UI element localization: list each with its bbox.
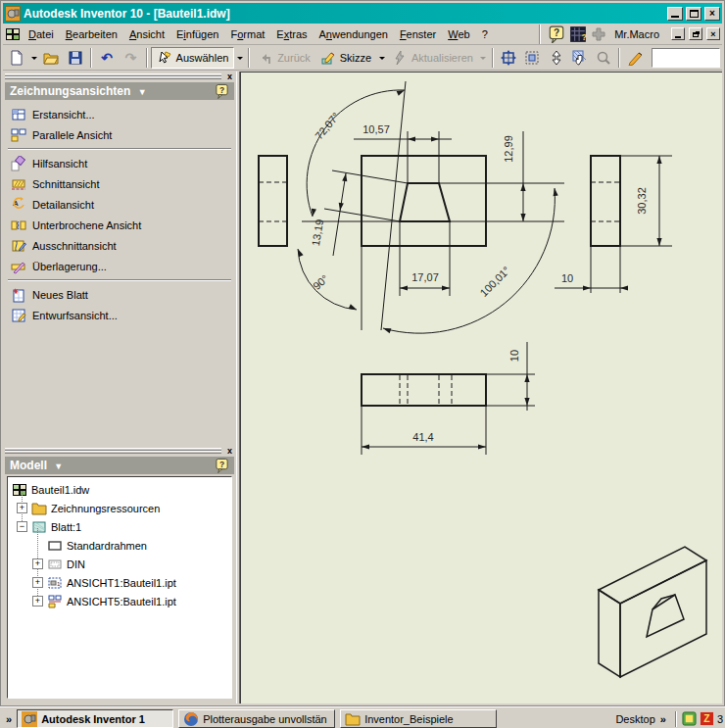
- panel-item-unterbrochene-ansicht[interactable]: Unterbrochene Ansicht: [5, 215, 234, 235]
- undo-button[interactable]: ↶: [95, 47, 119, 69]
- menu-fenster[interactable]: Fenster: [394, 26, 442, 42]
- menu-einf-gen[interactable]: Einfügen: [170, 26, 224, 42]
- menu-format[interactable]: Format: [224, 26, 270, 42]
- panel-item-schnittansicht[interactable]: Schnittansicht: [5, 173, 234, 194]
- tree-item-label: Standardrahmen: [67, 540, 147, 552]
- sketch-button[interactable]: Skizze: [315, 47, 376, 69]
- mdi-minimize-button[interactable]: [671, 27, 685, 40]
- tree-item-ansicht5-bauteil1-ipt[interactable]: +ANSICHT5:Bauteil1.ipt: [8, 592, 231, 610]
- minimize-button[interactable]: [667, 7, 683, 21]
- pan-button[interactable]: [568, 47, 592, 69]
- panel-item-hilfsansicht[interactable]: Hilfsansicht: [5, 153, 234, 173]
- menu-extras[interactable]: Extras: [270, 26, 313, 42]
- select-dropdown[interactable]: [234, 47, 245, 69]
- panel-item-berlagerung[interactable]: Überlagerung...: [5, 256, 234, 276]
- menu-web[interactable]: Web: [442, 26, 475, 42]
- sketch-dropdown[interactable]: [376, 47, 387, 69]
- desktop-chevron-icon: »: [658, 713, 668, 725]
- close-button[interactable]: ×: [704, 7, 720, 21]
- tool-bar: ↶ ↷ Auswählen Zurück Skizze Aktualisiere…: [3, 45, 722, 71]
- taskbar-button-autodesk-inventor-1[interactable]: Autodesk Inventor 1: [17, 709, 173, 728]
- menu-ansicht[interactable]: Ansicht: [123, 26, 170, 42]
- panel-item-ausschnittansicht[interactable]: Ausschnittansicht: [5, 235, 234, 256]
- style-combo-empty[interactable]: [652, 48, 720, 68]
- desktop-toolbar[interactable]: Desktop »: [615, 713, 669, 725]
- app-window: Autodesk Inventor 10 - [Bauteil1.idw] × …: [0, 0, 725, 706]
- panel-item-erstansicht[interactable]: Erstansicht...: [5, 104, 234, 124]
- menu-datei[interactable]: Datei: [23, 26, 60, 42]
- taskbar-button-inventor-beispiele[interactable]: Inventor_Beispiele: [340, 709, 497, 728]
- views-panel-grab-handle[interactable]: x: [3, 72, 236, 80]
- model-panel-close-icon[interactable]: x: [225, 447, 234, 455]
- help-bubble-icon[interactable]: ?: [548, 25, 565, 43]
- new-document-dropdown[interactable]: [28, 47, 39, 69]
- expand-icon[interactable]: +: [17, 503, 27, 513]
- views-panel-header[interactable]: Zeichnungsansichten ▼ ?: [5, 82, 234, 100]
- taskbar-button-label: Plotterausgabe unvollstän: [203, 713, 327, 725]
- panel-item-neues-blatt[interactable]: Neues Blatt: [5, 284, 234, 305]
- back-button[interactable]: Zurück: [253, 47, 315, 69]
- expand-icon[interactable]: +: [32, 596, 43, 607]
- panel-item-label: Detailansicht: [32, 199, 94, 211]
- tray-icon-green[interactable]: [682, 711, 697, 726]
- section-view-icon: [11, 176, 26, 192]
- update-button[interactable]: Aktualisieren: [387, 47, 478, 69]
- tree-item-din[interactable]: +DIN: [8, 555, 231, 573]
- zoom-dynamic-button[interactable]: [544, 47, 567, 69]
- dim-label: 41,4: [412, 431, 433, 443]
- zoom-dynamic-icon: [549, 50, 564, 66]
- redo-button[interactable]: ↷: [119, 47, 142, 69]
- save-icon: [68, 50, 83, 66]
- taskbar-button-plotterausgabe-unvollst-n[interactable]: Plotterausgabe unvollstän: [178, 709, 335, 728]
- drawing-canvas[interactable]: 10,57 12,99 30,32 13,19 17,07 41,4 10 10…: [241, 73, 724, 704]
- panel-item-parallele-ansicht[interactable]: Parallele Ansicht: [5, 124, 234, 145]
- model-panel-grab-handle[interactable]: x: [3, 446, 236, 455]
- tree-item-zeichnungsressourcen[interactable]: +Zeichnungsressourcen: [8, 499, 231, 517]
- tray-icon-zonealarm[interactable]: Z: [700, 711, 714, 726]
- zoom-selected-button[interactable]: [592, 47, 615, 69]
- mdi-close-button[interactable]: ×: [706, 27, 720, 40]
- tree-item-bauteil1-idw[interactable]: Bauteil1.idw: [8, 480, 231, 499]
- svg-text:?: ?: [219, 460, 224, 469]
- views-panel-close-icon[interactable]: x: [225, 73, 234, 80]
- zoom-window-button[interactable]: [520, 47, 544, 69]
- new-document-button[interactable]: [5, 47, 28, 69]
- maximize-button[interactable]: [686, 7, 701, 21]
- tree-item-ansicht1-bauteil1-ipt[interactable]: +1ANSICHT1:Bauteil1.ipt: [8, 573, 231, 592]
- tree-item-standardrahmen[interactable]: Standardrahmen: [8, 536, 231, 555]
- tree-item-blatt-1[interactable]: −Blatt:1: [8, 517, 231, 536]
- zoom-window-icon: [524, 50, 540, 66]
- quicklaunch-chevron-icon[interactable]: »: [4, 713, 14, 725]
- view1-icon: 1: [47, 575, 63, 591]
- menu-bearbeiten[interactable]: Bearbeiten: [60, 26, 123, 42]
- svg-text:1: 1: [57, 581, 61, 587]
- model-panel-header[interactable]: Modell ▼ ?: [5, 457, 234, 474]
- update-lightning-icon: [392, 50, 408, 66]
- select-button[interactable]: Auswählen: [151, 47, 235, 69]
- views-panel-help-button[interactable]: ?: [215, 84, 229, 99]
- child-window-icon[interactable]: [5, 26, 21, 42]
- select-cursor-icon: [157, 50, 172, 66]
- save-button[interactable]: [63, 47, 86, 69]
- zoom-all-button[interactable]: [497, 47, 520, 69]
- panel-item-entwurfsansicht[interactable]: Entwurfsansicht...: [5, 305, 234, 325]
- expand-icon[interactable]: +: [32, 577, 43, 588]
- update-dropdown[interactable]: [478, 47, 489, 69]
- open-button[interactable]: [39, 47, 63, 69]
- mdi-restore-button[interactable]: [689, 27, 702, 40]
- panel-item-detailansicht[interactable]: ADetailansicht: [5, 194, 234, 215]
- overlay-view-icon: [11, 259, 26, 274]
- menu-[interactable]: ?: [476, 26, 494, 42]
- style-button[interactable]: [623, 47, 647, 69]
- expand-icon[interactable]: +: [32, 558, 43, 569]
- drawing-area[interactable]: 10,57 12,99 30,32 13,19 17,07 41,4 10 10…: [240, 72, 722, 704]
- macro-panel-icon[interactable]: ?: [569, 25, 587, 43]
- add-macro-icon[interactable]: [591, 26, 606, 42]
- model-panel: x Modell ▼ ? Bauteil1.idw+Zeichnungsress…: [3, 446, 236, 704]
- menu-anwendungen[interactable]: Anwendungen: [314, 26, 394, 42]
- frame-icon: [47, 538, 63, 554]
- breakout-view-icon: [11, 238, 26, 254]
- model-panel-help-button[interactable]: ?: [215, 459, 229, 473]
- collapse-icon[interactable]: −: [17, 521, 27, 532]
- back-arrow-icon: [258, 50, 273, 66]
